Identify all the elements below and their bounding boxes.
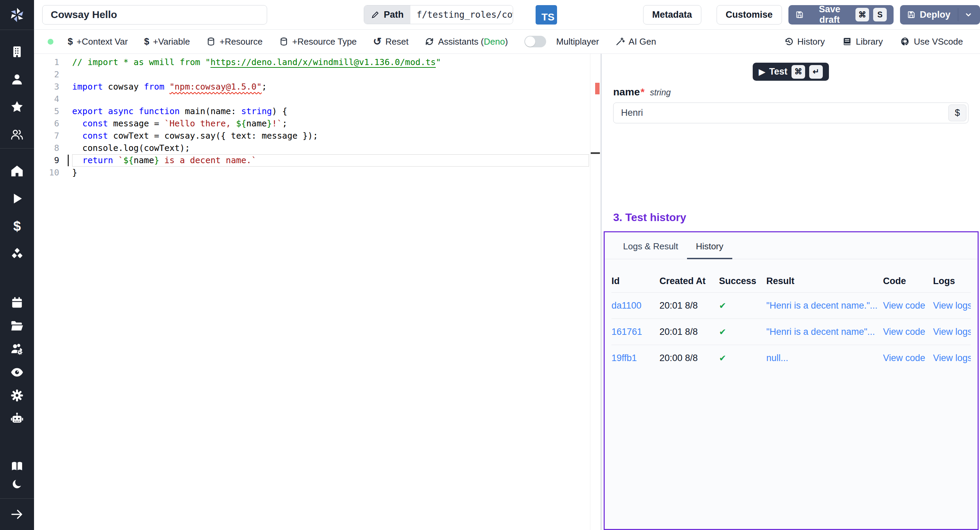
line-number: 6 <box>34 118 72 130</box>
result-link[interactable]: "Henri is a decent name"... <box>766 327 883 337</box>
view-logs-link[interactable]: View logs <box>933 353 971 364</box>
multiplayer-toggle[interactable] <box>524 36 546 47</box>
user-icon[interactable] <box>10 72 24 87</box>
star-icon[interactable] <box>10 99 24 115</box>
magic-wand-icon <box>615 37 625 46</box>
sidebar: $ <box>0 0 34 530</box>
view-code-link[interactable]: View code <box>883 327 933 337</box>
code-line[interactable]: return `${name} is a decent name.` <box>72 154 589 166</box>
history-row: 16176120:01 8/8✔"Henri is a decent name"… <box>611 319 971 345</box>
column-header: Created At <box>659 276 719 286</box>
settings-gear-icon[interactable] <box>10 388 24 403</box>
tab-history[interactable]: History <box>687 232 732 259</box>
code-line[interactable]: console.log(cowText); <box>72 142 589 154</box>
column-header: Id <box>611 276 659 286</box>
view-logs-link[interactable]: View logs <box>933 327 971 337</box>
overview-ruler <box>590 54 590 530</box>
assistants-button[interactable]: Assistants (Deno) <box>425 37 508 47</box>
success-check-icon: ✔ <box>719 301 766 311</box>
add-variable-button[interactable]: $+Variable <box>144 37 190 47</box>
created-at: 20:01 8/8 <box>659 300 719 311</box>
library-book-icon <box>843 37 852 46</box>
code-line[interactable]: export async function main(name: string)… <box>72 105 589 118</box>
groups-icon[interactable] <box>10 127 24 142</box>
line-number: 7 <box>34 130 72 142</box>
created-at: 20:00 8/8 <box>659 353 719 364</box>
dollar-icon: $ <box>144 37 150 47</box>
workspace-building-icon[interactable] <box>10 44 24 59</box>
resources-cubes-icon[interactable] <box>10 246 24 261</box>
job-id-link[interactable]: 161761 <box>611 327 659 337</box>
code-line[interactable]: const cowText = cowsay.say({ text: messa… <box>72 130 589 142</box>
topbar: Path f/testing_roles/cowsa TS Metadata C… <box>34 0 980 30</box>
line-number: 1 <box>34 56 72 69</box>
folders-icon[interactable] <box>10 318 24 334</box>
dark-mode-moon-icon[interactable] <box>10 477 24 492</box>
history-row: da110020:01 8/8✔"Henri is a decent name.… <box>611 292 971 319</box>
code-line[interactable]: } <box>72 166 589 179</box>
add-resource-type-button[interactable]: +Resource Type <box>279 37 357 47</box>
docs-book-icon[interactable] <box>10 459 24 474</box>
library-button[interactable]: Library <box>843 37 883 47</box>
typescript-badge: TS <box>536 5 557 24</box>
code-line[interactable]: const message = `Hello there, ${name}!`; <box>72 118 589 130</box>
required-asterisk: * <box>640 86 644 98</box>
code-line[interactable]: // import * as wmill from "https://deno.… <box>72 56 589 69</box>
chevron-down-icon[interactable] <box>964 10 973 19</box>
schedules-calendar-icon[interactable] <box>10 295 24 310</box>
path-label: Path <box>384 10 404 20</box>
code-editor[interactable]: 12345678910 // import * as wmill from "h… <box>34 54 601 530</box>
app: $ Path f/testing <box>0 0 980 530</box>
multiplayer-label: Multiplayer <box>556 37 599 47</box>
view-code-link[interactable]: View code <box>883 353 933 364</box>
code-lines[interactable]: // import * as wmill from "https://deno.… <box>72 56 589 179</box>
job-id-link[interactable]: da1100 <box>611 300 659 311</box>
code-line[interactable] <box>72 69 589 81</box>
name-field-input[interactable] <box>613 102 969 123</box>
job-id-link[interactable]: 19ffb1 <box>611 353 659 364</box>
view-code-link[interactable]: View code <box>883 300 933 311</box>
home-icon[interactable] <box>10 163 24 179</box>
windmill-logo[interactable] <box>0 0 34 30</box>
code-line[interactable]: import cowsay from "npm:cowsay@1.5.0"; <box>72 81 589 93</box>
add-context-var-button[interactable]: $+Context Var <box>68 37 128 47</box>
result-link[interactable]: "Henri is a decent name."... <box>766 300 883 311</box>
collapse-arrow-icon[interactable] <box>10 507 24 522</box>
audit-eye-icon[interactable] <box>10 365 24 380</box>
reset-button[interactable]: ↺Reset <box>373 37 408 47</box>
success-check-icon: ✔ <box>719 353 766 363</box>
script-title-input[interactable] <box>42 5 267 24</box>
test-button[interactable]: ▶ Test ⌘ ↵ <box>753 63 829 81</box>
line-number: 9 <box>34 154 72 166</box>
runs-play-icon[interactable] <box>10 191 24 206</box>
field-name: name <box>613 86 640 98</box>
tab-logs-result[interactable]: Logs & Result <box>614 232 687 259</box>
use-vscode-button[interactable]: Use VScode <box>900 37 963 47</box>
gutter: 12345678910 <box>34 56 72 179</box>
variables-dollar-icon[interactable]: $ <box>10 219 24 234</box>
line-number: 2 <box>34 69 72 81</box>
path-value[interactable]: f/testing_roles/cowsa <box>410 5 513 24</box>
insert-variable-button[interactable]: $ <box>948 105 966 121</box>
play-icon: ▶ <box>759 67 765 77</box>
save-draft-button[interactable]: Save draft ⌘ S <box>788 5 894 24</box>
error-marker <box>595 83 600 94</box>
view-logs-link[interactable]: View logs <box>933 300 971 311</box>
created-at: 20:01 8/8 <box>659 327 719 337</box>
code-line[interactable] <box>72 93 589 105</box>
workers-users-cog-icon[interactable] <box>10 342 24 357</box>
column-header: Result <box>766 276 883 286</box>
dollar-icon: $ <box>68 37 73 47</box>
history-button[interactable]: History <box>784 37 825 47</box>
ai-gen-button[interactable]: AI Gen <box>615 37 656 47</box>
ai-robot-icon[interactable] <box>10 411 24 426</box>
customise-button[interactable]: Customise <box>717 5 782 24</box>
add-resource-button[interactable]: +Resource <box>206 37 262 47</box>
deploy-button[interactable]: Deploy <box>900 5 980 24</box>
kbd-enter: ↵ <box>809 65 823 79</box>
metadata-button[interactable]: Metadata <box>643 5 701 24</box>
result-link[interactable]: null... <box>766 353 883 364</box>
edit-path-button[interactable]: Path <box>364 5 411 24</box>
kbd-cmd: ⌘ <box>856 8 869 21</box>
history-tbody: da110020:01 8/8✔"Henri is a decent name.… <box>611 292 971 371</box>
